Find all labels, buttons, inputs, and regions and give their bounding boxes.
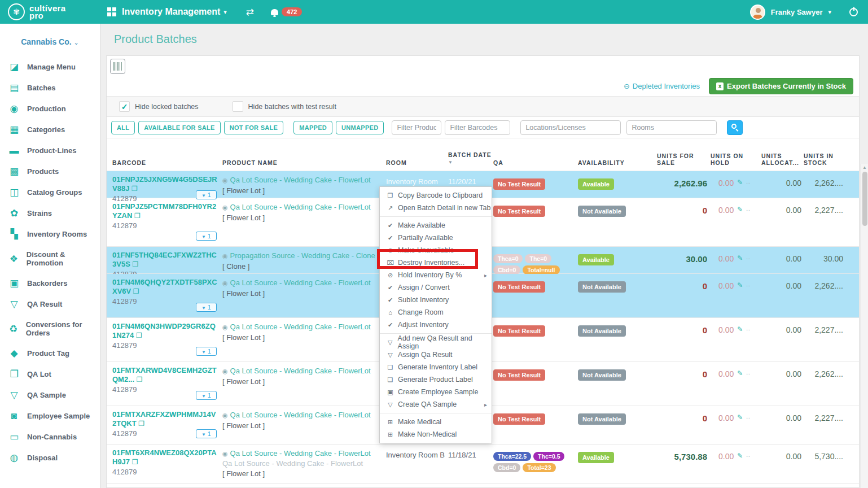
edit-pencil-icon[interactable]: ✎ — [737, 254, 743, 262]
edit-pencil-icon[interactable]: ✎ — [737, 206, 743, 213]
locations-licenses-input[interactable] — [520, 120, 621, 135]
product-name[interactable]: ◉Qa Lot Source - Wedding Cake - FlowerLo… — [222, 202, 380, 212]
column-header-barcode[interactable]: BARCODE — [112, 159, 222, 166]
hide-batches-with-test-result-checkbox[interactable] — [233, 101, 243, 112]
depleted-inventories-link[interactable]: ⊖ Depleted Inventories — [624, 82, 700, 90]
product-name[interactable]: ◉Qa Lot Source - Wedding Cake - FlowerLo… — [222, 175, 380, 185]
sidebar-item-backorders[interactable]: ▣Backorders — [0, 273, 100, 294]
eye-icon[interactable]: ◉ — [222, 450, 228, 457]
filter-chip-not-for-sale[interactable]: NOT FOR SALE — [224, 121, 284, 134]
filter-products-input[interactable] — [392, 120, 441, 135]
column-header-units-for-sale[interactable]: UNITS FOR SALE — [657, 152, 711, 166]
logout-power-icon[interactable] — [849, 8, 858, 16]
edit-pencil-icon[interactable]: ✎ — [737, 325, 743, 333]
edit-pencil-icon[interactable]: ✎ — [737, 281, 743, 289]
sidebar-item-manage-menu[interactable]: ◪Manage Menu — [0, 56, 100, 77]
menu-item-assign-qa-result[interactable]: ▽Assign Qa Result — [380, 348, 492, 361]
barcode-value[interactable]: 01FNPJZ5PCTMM78DFH0YR2YZAN ❐ — [112, 202, 218, 220]
sidebar-item-disposal[interactable]: ◍Disposal — [0, 447, 100, 468]
more-options-icon[interactable]: .. — [746, 206, 751, 212]
more-options-icon[interactable]: .. — [746, 413, 751, 420]
copy-icon[interactable]: ❐ — [138, 420, 144, 428]
company-selector[interactable]: Cannabis Co. ⌄ — [0, 24, 100, 56]
column-header-availability[interactable]: AVAILABILITY — [578, 159, 657, 166]
eye-icon[interactable]: ◉ — [222, 280, 228, 286]
qa-sample-count-badge[interactable]: ▼ 1 — [196, 303, 217, 312]
menu-item-adjust-inventory[interactable]: ✔Adjust Inventory — [380, 319, 492, 331]
filter-barcodes-input[interactable] — [445, 120, 510, 135]
qa-sample-count-badge[interactable]: ▼ 1 — [196, 391, 217, 400]
barcode-value[interactable]: 01FMTXARZFXZWPHMMJ14V2TQKT ❐ — [112, 410, 218, 428]
menu-item-make-unavailable[interactable]: ⊘Make Unavailable — [380, 244, 492, 256]
menu-item-generate-inventory-label[interactable]: ❏Generate Inventory Label — [380, 361, 492, 373]
copy-icon[interactable]: ❐ — [134, 212, 141, 220]
column-header-room[interactable]: ROOM — [386, 159, 448, 166]
menu-item-generate-product-label[interactable]: ❏Generate Product Label — [380, 373, 492, 386]
product-name[interactable]: ◉Qa Lot Source - Wedding Cake - FlowerLo… — [222, 448, 380, 459]
menu-item-make-medical[interactable]: ⊞Make Medical — [380, 416, 492, 428]
column-header-units-allocat-[interactable]: UNITS ALLOCAT... — [761, 152, 804, 166]
sidebar-item-product-tag[interactable]: ◆Product Tag — [0, 343, 100, 364]
barcode-value[interactable]: 01FNF5THQ84ECJFXWZ2THC3V5S ❐ — [112, 251, 218, 269]
sidebar-item-qa-result[interactable]: ▽QA Result — [0, 294, 100, 315]
more-options-icon[interactable]: .. — [746, 452, 751, 458]
table-row[interactable]: 01FMT6XR4NWEZ08QX20PTAH9J7 ❐412879◉Qa Lo… — [107, 445, 859, 484]
menu-item-change-room[interactable]: ⌂Change Room — [380, 306, 492, 319]
barcode-value[interactable]: 01FN4M6QN3HWDP29GR6ZQ1N274 ❐ — [112, 322, 218, 340]
eye-icon[interactable]: ◉ — [222, 252, 228, 259]
barcode-value[interactable]: 01FMTXARWD4V8CEMH2GZTQM2... ❐ — [112, 366, 218, 384]
qa-sample-count-badge[interactable]: ▼ 1 — [196, 429, 217, 438]
sidebar-item-strains[interactable]: ✿Strains — [0, 203, 100, 224]
copy-icon[interactable]: ❐ — [132, 260, 138, 268]
eye-icon[interactable]: ◉ — [222, 412, 228, 419]
barcode-value[interactable]: 01FMT6XR4NWEZ08QX20PTAH9J7 ❐ — [112, 448, 218, 467]
product-name[interactable]: ◉Qa Lot Source - Wedding Cake - FlowerLo… — [222, 366, 380, 376]
filter-chip-mapped[interactable]: MAPPED — [293, 121, 332, 134]
more-options-icon[interactable]: .. — [746, 178, 751, 185]
copy-icon[interactable]: ❐ — [133, 287, 139, 295]
copy-icon[interactable]: ❐ — [137, 376, 143, 384]
rooms-input[interactable] — [626, 120, 717, 135]
sidebar-item-categories[interactable]: ▦Categories — [0, 119, 100, 140]
eye-icon[interactable]: ◉ — [222, 204, 228, 211]
sidebar-item-product-lines[interactable]: ▬Product-Lines — [0, 140, 100, 161]
edit-pencil-icon[interactable]: ✎ — [737, 369, 743, 377]
sidebar-item-qa-lot[interactable]: ❐QA Lot — [0, 364, 100, 385]
sidebar-item-conversions-for-orders[interactable]: ♻Conversions for Orders — [0, 315, 100, 343]
product-name[interactable]: ◉Propagation Source - Wedding Cake - Clo… — [222, 251, 380, 261]
sidebar-item-products[interactable]: ▩Products — [0, 161, 100, 182]
edit-pencil-icon[interactable]: ✎ — [737, 452, 743, 460]
user-name[interactable]: Franky Sawyer — [771, 8, 823, 16]
more-options-icon[interactable]: .. — [746, 325, 751, 332]
column-header-units-in-stock[interactable]: UNITS IN STOCK — [804, 152, 844, 166]
user-chevron-down-icon[interactable]: ▾ — [828, 8, 831, 16]
menu-item-destroy-inventories[interactable]: ⌧Destroy Inventories... — [380, 256, 492, 269]
menu-item-add-new-qa-result-and-assign[interactable]: ▽Add new Qa Result and Assign — [380, 336, 492, 348]
copy-icon[interactable]: ❐ — [131, 185, 138, 193]
filter-chip-all[interactable]: ALL — [111, 121, 135, 134]
copy-icon[interactable]: ❐ — [132, 458, 138, 466]
module-switcher[interactable]: Inventory Management ▾ — [107, 7, 227, 17]
menu-item-create-qa-sample[interactable]: ▽Create QA Sample▸ — [380, 398, 492, 411]
column-header-units-on-hold[interactable]: UNITS ON HOLD — [711, 152, 761, 166]
edit-pencil-icon[interactable]: ✎ — [737, 413, 743, 421]
filter-chip-unmapped[interactable]: UNMAPPED — [336, 121, 384, 134]
eye-icon[interactable]: ◉ — [222, 368, 228, 374]
eye-icon[interactable]: ◉ — [222, 177, 228, 184]
vertical-scrollbar[interactable]: ▲ — [861, 164, 868, 488]
sidebar-item-employee-sample[interactable]: ◙Employee Sample — [0, 406, 100, 426]
menu-item-assign-convert[interactable]: ✔Assign / Convert — [380, 281, 492, 294]
sidebar-item-batches[interactable]: ▤Batches — [0, 77, 100, 98]
scroll-up-arrow-icon[interactable]: ▲ — [861, 164, 868, 171]
qa-sample-count-badge[interactable]: ▼ 1 — [196, 347, 217, 356]
sort-desc-icon[interactable]: ▼ — [448, 160, 453, 165]
export-batches-button[interactable]: x Export Batches Currently in Stock — [709, 78, 853, 94]
barcode-value[interactable]: 01FN4M6QHQY2TXDTF58PXCXV6V ❐ — [112, 278, 218, 296]
barcode-scan-button[interactable] — [110, 59, 125, 74]
scrollbar-thumb[interactable] — [862, 172, 867, 226]
brand-logo[interactable]: ✾ cultíverapro — [0, 3, 100, 20]
avatar[interactable] — [750, 5, 765, 20]
sidebar-item-discount-promotion[interactable]: ❖Discount & Promotion — [0, 245, 100, 273]
product-name[interactable]: ◉Qa Lot Source - Wedding Cake - FlowerLo… — [222, 322, 380, 332]
sidebar-item-inventory-rooms[interactable]: ▚Inventory Rooms — [0, 224, 100, 245]
